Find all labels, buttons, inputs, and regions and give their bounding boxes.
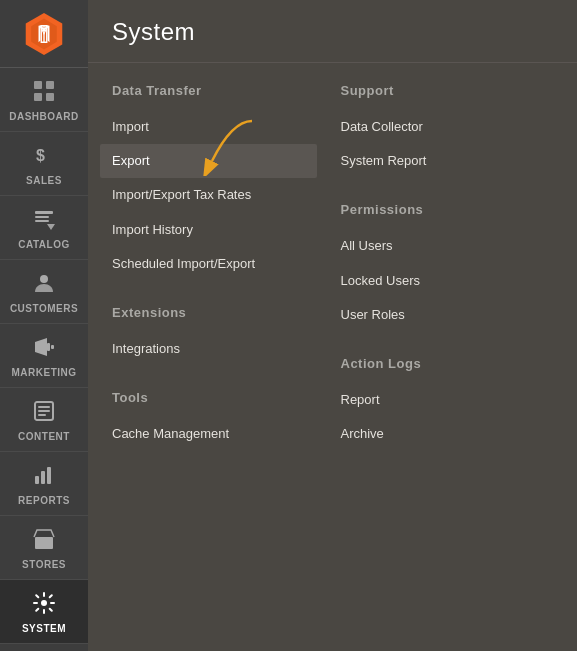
magento-logo-icon — [23, 13, 65, 55]
svg-rect-21 — [41, 541, 47, 549]
main-content: System Data Transfer Import Export — [88, 0, 577, 651]
extensions-title: Extensions — [112, 305, 317, 320]
sidebar-logo — [0, 0, 88, 68]
system-icon — [33, 592, 55, 619]
scheduled-import-export-menu-item[interactable]: Scheduled Import/Export — [112, 247, 317, 281]
integrations-menu-item[interactable]: Integrations — [112, 332, 317, 366]
menu-grid: Data Transfer Import Export Import/E — [88, 63, 577, 495]
system-report-menu-item[interactable]: System Report — [341, 144, 554, 178]
menu-right-column: Support Data Collector System Report Per… — [333, 83, 554, 475]
sidebar-item-marketing[interactable]: MARKETING — [0, 324, 88, 388]
tools-title: Tools — [112, 390, 317, 405]
action-logs-section: Action Logs Report Archive — [341, 356, 554, 451]
tools-section: Tools Cache Management — [112, 390, 317, 451]
sidebar-item-dashboard[interactable]: DASHBOARD — [0, 68, 88, 132]
data-transfer-title: Data Transfer — [112, 83, 317, 98]
import-export-tax-rates-menu-item[interactable]: Import/Export Tax Rates — [112, 178, 317, 212]
sidebar-item-content[interactable]: CONTENT — [0, 388, 88, 452]
main-header: System — [88, 0, 577, 63]
customers-icon — [33, 272, 55, 299]
sidebar: DASHBOARD $ SALES CATALOG CUSTOME — [0, 0, 88, 651]
svg-rect-0 — [34, 81, 42, 89]
sidebar-item-reports[interactable]: REPORTS — [0, 452, 88, 516]
data-transfer-section: Data Transfer Import Export Import/E — [112, 83, 317, 281]
svg-point-22 — [41, 600, 47, 606]
sidebar-item-stores[interactable]: STORES — [0, 516, 88, 580]
catalog-icon — [33, 208, 55, 235]
svg-rect-5 — [35, 211, 53, 214]
sidebar-item-label-system: SYSTEM — [22, 623, 66, 635]
sidebar-item-label-dashboard: DASHBOARD — [9, 111, 79, 123]
svg-rect-19 — [47, 467, 51, 484]
extensions-section: Extensions Integrations — [112, 305, 317, 366]
content-icon — [33, 400, 55, 427]
sales-icon: $ — [33, 144, 55, 171]
import-menu-item[interactable]: Import — [112, 110, 317, 144]
sidebar-item-label-reports: REPORTS — [18, 495, 70, 507]
svg-rect-14 — [38, 406, 50, 408]
dashboard-icon — [33, 80, 55, 107]
data-collector-menu-item[interactable]: Data Collector — [341, 110, 554, 144]
sidebar-item-label-catalog: CATALOG — [18, 239, 69, 251]
svg-rect-15 — [38, 410, 50, 412]
svg-point-9 — [40, 275, 48, 283]
svg-rect-18 — [41, 471, 45, 484]
import-history-menu-item[interactable]: Import History — [112, 213, 317, 247]
svg-rect-2 — [34, 93, 42, 101]
svg-rect-1 — [46, 81, 54, 89]
svg-rect-7 — [35, 220, 49, 222]
svg-rect-12 — [51, 345, 54, 349]
svg-rect-3 — [46, 93, 54, 101]
menu-left-column: Data Transfer Import Export Import/E — [112, 83, 333, 475]
sidebar-item-label-content: CONTENT — [18, 431, 70, 443]
permissions-title: Permissions — [341, 202, 554, 217]
sidebar-item-label-customers: CUSTOMERS — [10, 303, 78, 315]
svg-rect-11 — [47, 343, 50, 351]
sidebar-item-label-stores: STORES — [22, 559, 66, 571]
export-menu-item[interactable]: Export — [100, 144, 317, 178]
archive-menu-item[interactable]: Archive — [341, 417, 554, 451]
stores-icon — [33, 528, 55, 555]
sidebar-item-label-sales: SALES — [26, 175, 62, 187]
sidebar-item-system[interactable]: SYSTEM — [0, 580, 88, 644]
page-title: System — [112, 18, 553, 46]
svg-rect-17 — [35, 476, 39, 484]
permissions-section: Permissions All Users Locked Users User … — [341, 202, 554, 332]
support-title: Support — [341, 83, 554, 98]
user-roles-menu-item[interactable]: User Roles — [341, 298, 554, 332]
sidebar-item-customers[interactable]: CUSTOMERS — [0, 260, 88, 324]
marketing-icon — [33, 336, 55, 363]
svg-rect-6 — [35, 216, 49, 218]
cache-management-menu-item[interactable]: Cache Management — [112, 417, 317, 451]
svg-text:$: $ — [36, 147, 45, 164]
svg-rect-16 — [38, 414, 46, 416]
report-menu-item[interactable]: Report — [341, 383, 554, 417]
svg-marker-10 — [35, 338, 47, 356]
all-users-menu-item[interactable]: All Users — [341, 229, 554, 263]
sidebar-item-sales[interactable]: $ SALES — [0, 132, 88, 196]
sidebar-item-catalog[interactable]: CATALOG — [0, 196, 88, 260]
action-logs-title: Action Logs — [341, 356, 554, 371]
locked-users-menu-item[interactable]: Locked Users — [341, 264, 554, 298]
sidebar-item-label-marketing: MARKETING — [11, 367, 76, 379]
reports-icon — [33, 464, 55, 491]
svg-marker-8 — [47, 224, 55, 230]
support-section: Support Data Collector System Report — [341, 83, 554, 178]
